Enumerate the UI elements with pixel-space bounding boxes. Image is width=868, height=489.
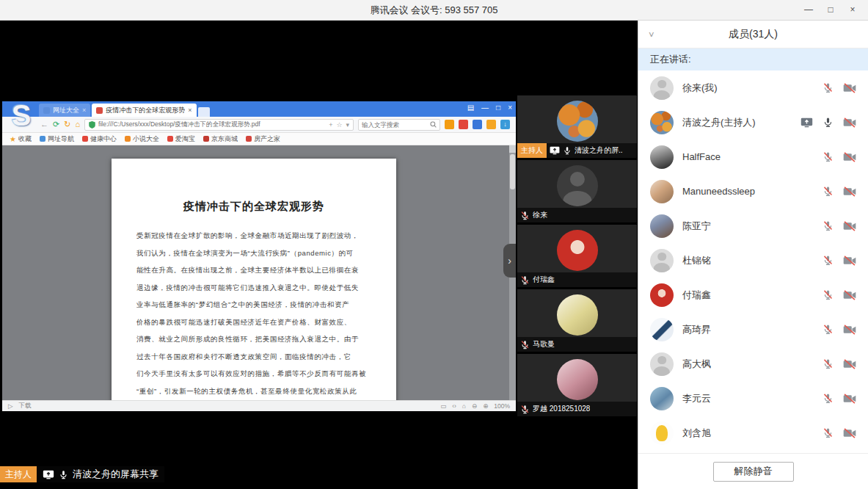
browser-close-icon[interactable]: × (508, 104, 512, 112)
mic-muted-icon[interactable] (823, 358, 834, 369)
download-icon[interactable]: ↓ (500, 120, 510, 129)
camera-off-icon[interactable] (843, 117, 856, 128)
video-tile[interactable]: 罗越 2018251028 (517, 354, 637, 416)
scrollbar-up-arrow[interactable] (509, 145, 516, 153)
mic-muted-icon[interactable] (823, 427, 834, 438)
bookmark-item[interactable]: 京东商城 (203, 134, 238, 144)
member-status-icons (823, 186, 856, 197)
member-row[interactable]: HalfFace (638, 140, 868, 174)
mic-muted-icon[interactable] (823, 82, 834, 93)
dropdown-icon[interactable]: ▾ (346, 121, 349, 128)
video-tile[interactable]: 马歌曼 (517, 289, 637, 352)
bookmark-item[interactable]: 爱淘宝 (167, 134, 195, 144)
download-play-icon[interactable]: ▷ (8, 402, 13, 410)
bookmark-favicon (203, 136, 209, 142)
home-small-icon[interactable]: ⌂ (462, 402, 466, 410)
tab-close-icon[interactable]: × (188, 106, 192, 114)
mic-muted-icon[interactable] (823, 324, 834, 335)
bookmark-item[interactable]: 小说大全 (125, 134, 159, 144)
video-tile[interactable]: 主持人 清波之舟的屏.. (517, 95, 637, 158)
mic-muted-icon[interactable] (823, 151, 834, 162)
mic-muted-icon[interactable] (823, 186, 834, 197)
download-label[interactable]: 下载 (19, 402, 32, 410)
member-row[interactable]: 杜锦铭 (638, 243, 868, 278)
member-row[interactable]: 清波之舟(主持人) (638, 105, 868, 140)
back-icon[interactable]: ← (40, 120, 48, 128)
camera-off-icon[interactable] (843, 394, 856, 404)
member-name: 徐来(我) (682, 82, 814, 95)
member-row[interactable]: 徐来(我) (638, 70, 868, 105)
app-tool-icon[interactable] (473, 120, 482, 129)
bookmark-item[interactable]: ★ 收藏 (10, 134, 32, 144)
url-text[interactable]: file:///C:/Users/xxx/Desktop/疫情冲击下的全球宏观形… (98, 120, 326, 129)
zoom-out-icon[interactable]: ⊖ (472, 402, 477, 410)
browser-tab[interactable]: 疫情冲击下的全球宏观形势 × (92, 104, 196, 117)
video-tile[interactable]: 付瑞鑫 (517, 225, 637, 287)
address-bar[interactable]: file:///C:/Users/xxx/Desktop/疫情冲击下的全球宏观形… (84, 119, 354, 131)
collapse-panel-icon[interactable]: ˅ (649, 21, 654, 48)
page-nav-icon[interactable]: ‹› (452, 402, 456, 410)
camera-off-icon[interactable] (843, 325, 856, 335)
camera-off-icon[interactable] (843, 428, 856, 438)
search-box[interactable] (358, 119, 440, 131)
camera-off-icon[interactable] (843, 359, 856, 369)
scrollbar-thumb[interactable] (510, 154, 515, 189)
camera-off-icon[interactable] (843, 290, 856, 300)
new-tab-button[interactable] (198, 107, 210, 117)
browser-restore-icon[interactable]: □ (496, 104, 500, 112)
mail-tool-icon[interactable] (486, 120, 496, 129)
screen-share-icon[interactable] (800, 117, 813, 128)
browser-tab[interactable]: 网址大全 × (39, 104, 90, 117)
search-icon[interactable] (430, 121, 437, 128)
bookmark-item[interactable]: 网址导航 (40, 134, 74, 144)
member-row[interactable]: 李元云 (638, 381, 868, 416)
avatar (650, 283, 674, 307)
add-icon[interactable]: + (329, 121, 332, 128)
browser-minimize-icon[interactable]: — (481, 104, 489, 112)
member-name: 高琦昇 (682, 323, 814, 336)
expand-strip-handle[interactable]: › (503, 244, 516, 278)
member-row[interactable]: 高琦昇 (638, 312, 868, 347)
member-row[interactable]: 刘含旭 (638, 416, 868, 450)
favorite-star-icon[interactable]: ☆ (336, 121, 342, 128)
screen-share-overlay: 主持人 清波之舟的屏幕共享 (0, 466, 164, 482)
member-row[interactable]: 付瑞鑫 (638, 278, 868, 312)
bookmark-item[interactable]: 健康中心 (82, 134, 117, 144)
speed-mode-icon[interactable]: ↻ (64, 120, 70, 128)
video-tile[interactable]: 徐来 (517, 160, 637, 222)
zoom-in-icon[interactable]: ⊕ (483, 402, 488, 410)
camera-off-icon[interactable] (843, 221, 856, 231)
mic-muted-icon[interactable] (823, 289, 834, 300)
camera-off-icon[interactable] (843, 152, 856, 162)
member-row[interactable]: 陈亚宁 (638, 209, 868, 243)
maximize-icon[interactable]: □ (820, 0, 842, 20)
voice-tool-icon[interactable] (445, 120, 454, 129)
avatar (650, 111, 674, 134)
hot-tool-icon[interactable] (459, 120, 468, 129)
mic-muted-icon[interactable] (823, 393, 834, 404)
minimize-icon[interactable]: — (798, 0, 820, 20)
close-icon[interactable]: × (842, 0, 864, 20)
tab-close-icon[interactable]: × (82, 106, 86, 114)
refresh-icon[interactable]: ⟳ (53, 120, 59, 128)
search-input[interactable] (362, 121, 423, 128)
browser-toolbar: ← ⟳ ↻ ⌂ file:///C:/Users/xxx/Desktop/疫情冲… (2, 117, 516, 133)
member-row[interactable]: Manuneedssleep (638, 174, 868, 209)
mic-muted-icon[interactable] (823, 255, 834, 266)
members-footer: 解除静音 (638, 453, 868, 489)
unmute-button[interactable]: 解除静音 (713, 462, 794, 482)
members-header: ˅ 成员(31人) (638, 21, 868, 48)
bookmark-item[interactable]: 房产之家 (246, 134, 280, 144)
camera-off-icon[interactable] (843, 256, 856, 266)
home-icon[interactable]: ⌂ (75, 120, 80, 128)
tile-avatar (557, 230, 598, 271)
browser-menu-icon[interactable]: ▤ (467, 104, 474, 112)
mic-muted-icon[interactable] (823, 220, 834, 231)
member-row[interactable]: 高大枫 (638, 347, 868, 381)
browser-tabstrip: S 网址大全 × 疫情冲击下的全球宏观形势 × (2, 101, 516, 117)
fit-page-icon[interactable]: ▭ (440, 402, 446, 410)
camera-off-icon[interactable] (843, 186, 856, 197)
browser-window-controls: ▤ — □ × (467, 104, 512, 112)
camera-off-icon[interactable] (843, 83, 856, 93)
mic-on-icon[interactable] (823, 117, 834, 128)
